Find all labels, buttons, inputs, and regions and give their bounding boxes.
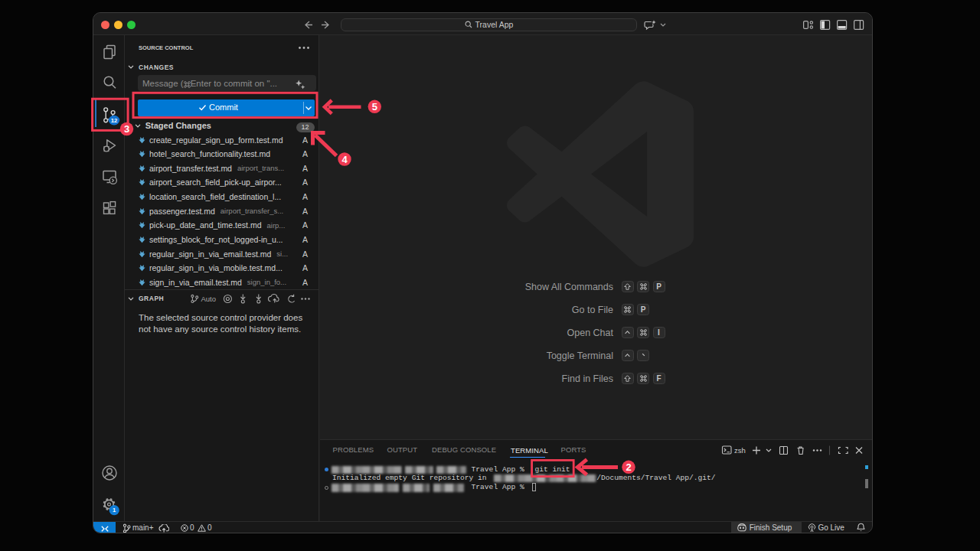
svg-text:zsh: zsh xyxy=(734,446,746,455)
svg-text:12: 12 xyxy=(111,116,118,123)
svg-text:Auto: Auto xyxy=(201,295,217,303)
